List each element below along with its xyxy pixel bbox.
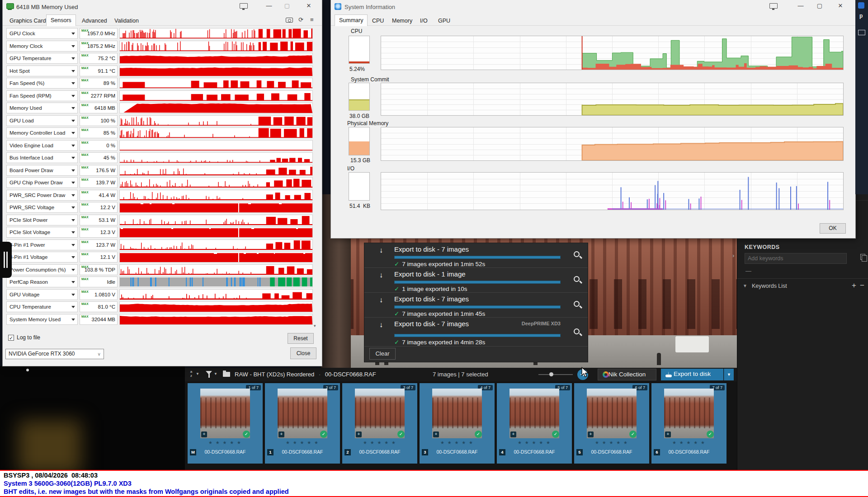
sensor-dropdown[interactable]: PCIe Slot Voltage	[6, 227, 78, 238]
sensor-dropdown[interactable]: CPU Temperature	[6, 301, 78, 312]
sensor-dropdown[interactable]: GPU Voltage	[6, 289, 78, 300]
thumbnail-tile[interactable]: 6 of 7+✓★ ★ ★ ★ ★500-DSCF0668.RAF	[574, 383, 649, 464]
thumbnail-size-slider[interactable]	[538, 374, 573, 375]
gpu-monitor-icon[interactable]	[769, 3, 778, 9]
thumb-star-rating[interactable]: ★ ★ ★ ★ ★	[497, 440, 572, 445]
filter-dropdown-icon[interactable]: ▼	[214, 372, 217, 376]
tab-cpu[interactable]: CPU	[368, 16, 388, 26]
sensor-dropdown[interactable]: Bus Interface Load	[6, 152, 78, 163]
sensor-dropdown[interactable]: Board Power Draw	[6, 165, 78, 176]
add-keyword-button[interactable]: +	[852, 281, 856, 290]
thumbnail-tile[interactable]: 4 of 7+✓★ ★ ★ ★ ★300-DSCF0668.RAF	[420, 383, 495, 464]
sensor-dropdown[interactable]: PWR_SRC Voltage	[6, 202, 78, 213]
filmstrip-toolbar: az ▼ ▼ RAW - BHT (XD2s) Reordered · 00-D…	[185, 368, 737, 381]
tab-sensors[interactable]: Sensors	[46, 14, 76, 26]
chevron-down-icon	[71, 45, 75, 47]
close-button[interactable]: ✕	[833, 0, 848, 12]
sysinfo-titlebar[interactable]: System Information — ▢ ✕	[331, 0, 855, 14]
thumb-adjust-badge: +	[433, 431, 439, 437]
sensor-dropdown[interactable]: Fan Speed (%)	[6, 78, 78, 89]
magnifier-icon[interactable]	[574, 328, 580, 334]
minimize-button[interactable]: —	[793, 0, 808, 12]
sysinfo-app-icon	[335, 3, 341, 10]
thumb-star-rating[interactable]: ★ ★ ★ ★ ★	[651, 440, 726, 445]
nik-collection-button[interactable]: Nik Collection	[598, 369, 656, 380]
sensor-dropdown[interactable]: GPU Clock	[6, 28, 78, 39]
sensor-graph	[119, 314, 313, 325]
log-to-file-checkbox[interactable]: ✓	[8, 335, 14, 341]
sensor-dropdown[interactable]: GPU Temperature	[6, 53, 78, 64]
add-keywords-input[interactable]	[745, 253, 847, 264]
sensor-dropdown[interactable]: System Memory Used	[6, 314, 78, 325]
screenshot-camera-icon[interactable]	[286, 18, 293, 23]
sensor-label: CPU Temperature	[9, 304, 51, 309]
sensor-graph-canvas	[120, 165, 312, 175]
sensor-dropdown[interactable]: Fan Speed (RPM)	[6, 90, 78, 101]
sensor-dropdown[interactable]: Memory Used	[6, 103, 78, 113]
tab-io[interactable]: I/O	[416, 16, 432, 26]
thumb-star-rating[interactable]: ★ ★ ★ ★ ★	[420, 440, 495, 445]
maximize-button[interactable]: ▢	[812, 0, 827, 12]
thumbnail-tile[interactable]: 2 of 7+✓★ ★ ★ ★ ★100-DSCF0668.RAF	[265, 383, 340, 464]
tab-gpu[interactable]: GPU	[434, 16, 454, 26]
close-button[interactable]: ✕	[301, 0, 316, 12]
clear-button[interactable]: Clear	[369, 348, 396, 360]
sensor-dropdown[interactable]: 8-Pin #1 Voltage	[6, 252, 78, 263]
tab-validation[interactable]: Validation	[110, 16, 143, 26]
thumb-star-rating[interactable]: ★ ★ ★ ★ ★	[265, 440, 340, 445]
tab-graphics-card[interactable]: Graphics Card	[5, 16, 50, 26]
refresh-icon[interactable]: ⟳	[298, 16, 303, 23]
magnifier-icon[interactable]	[574, 301, 580, 307]
magnifier-icon[interactable]	[574, 276, 580, 282]
tab-advanced[interactable]: Advanced	[78, 16, 111, 26]
sensor-dropdown[interactable]: Memory Controller Load	[6, 127, 78, 138]
thumbnail-tile[interactable]: 7 of 7+✓★ ★ ★ ★ ★600-DSCF0668.RAF	[651, 383, 726, 464]
sort-dropdown-icon[interactable]: ▼	[196, 372, 199, 376]
sensor-dropdown[interactable]: Power Consumption (%)	[6, 264, 78, 275]
thumb-star-rating[interactable]: ★ ★ ★ ★ ★	[574, 440, 649, 445]
sensor-dropdown[interactable]: Video Engine Load	[6, 140, 78, 151]
sensor-label: Memory Clock	[9, 43, 42, 49]
gpu-selector-dropdown[interactable]: NVIDIA GeForce RTX 3060˅	[5, 349, 104, 359]
export-to-disk-button[interactable]: ↓Export to disk	[661, 369, 723, 380]
gpuz-titlebar[interactable]: 6418 MB Memory Used — ▢ ✕	[3, 0, 322, 14]
close-window-button[interactable]: Close	[290, 347, 316, 359]
thumb-star-rating[interactable]: ★ ★ ★ ★ ★	[342, 440, 417, 445]
thumb-filename: 00-DSCF0668.RAF	[420, 449, 495, 455]
tab-summary[interactable]: Summary	[335, 14, 368, 26]
max-label: MAX	[81, 128, 89, 131]
reset-button[interactable]: Reset	[288, 333, 314, 344]
thumb-photo	[432, 389, 482, 438]
thumbnail-tile[interactable]: 1 of 7+✓★ ★ ★ ★ ★M00-DSCF0668.RAF	[188, 383, 263, 464]
ok-button[interactable]: OK	[820, 223, 846, 234]
remove-keyword-button[interactable]: −	[860, 281, 864, 290]
sensor-dropdown[interactable]: Hot Spot	[6, 66, 78, 76]
panel-collapse-chevron-icon[interactable]: ›	[732, 252, 734, 259]
minimize-button[interactable]: —	[261, 0, 277, 12]
sensor-graph-canvas	[120, 178, 312, 188]
tab-memory[interactable]: Memory	[388, 16, 416, 26]
magnifier-icon[interactable]	[574, 251, 580, 257]
sort-az-icon[interactable]: az	[188, 370, 195, 379]
sensor-dropdown[interactable]: PWR_SRC Power Draw	[6, 190, 78, 201]
menu-icon[interactable]: ≡	[310, 16, 314, 23]
sensor-dropdown[interactable]: PCIe Slot Power	[6, 215, 78, 225]
thumbnail-tile[interactable]: 3 of 7+✓★ ★ ★ ★ ★200-DSCF0668.RAF	[342, 383, 417, 464]
export-options-dropdown[interactable]: ▼	[724, 369, 734, 380]
sensor-dropdown[interactable]: PerfCap Reason	[6, 277, 78, 287]
sensor-dropdown[interactable]: 8-Pin #1 Power	[6, 239, 78, 250]
filter-icon[interactable]	[206, 371, 212, 375]
scroll-down-icon[interactable]: ▾	[314, 324, 316, 328]
thumb-star-rating[interactable]: ★ ★ ★ ★ ★	[188, 440, 263, 445]
sensor-dropdown[interactable]: Memory Clock	[6, 41, 78, 52]
slider-knob[interactable]	[549, 372, 553, 376]
copy-icon[interactable]	[860, 254, 865, 260]
sensor-dropdown[interactable]: GPU Chip Power Draw	[6, 177, 78, 188]
maximize-button[interactable]: ▢	[279, 0, 295, 12]
palette-handle[interactable]	[0, 242, 12, 278]
sensor-dropdown[interactable]: GPU Load	[6, 115, 78, 126]
gpu-monitor-icon[interactable]	[240, 3, 248, 9]
thumbnail-tile[interactable]: 5 of 7+✓★ ★ ★ ★ ★400-DSCF0668.RAF	[497, 383, 572, 464]
chevron-down-icon[interactable]: ▼	[743, 283, 747, 288]
sensor-graph	[119, 165, 313, 176]
